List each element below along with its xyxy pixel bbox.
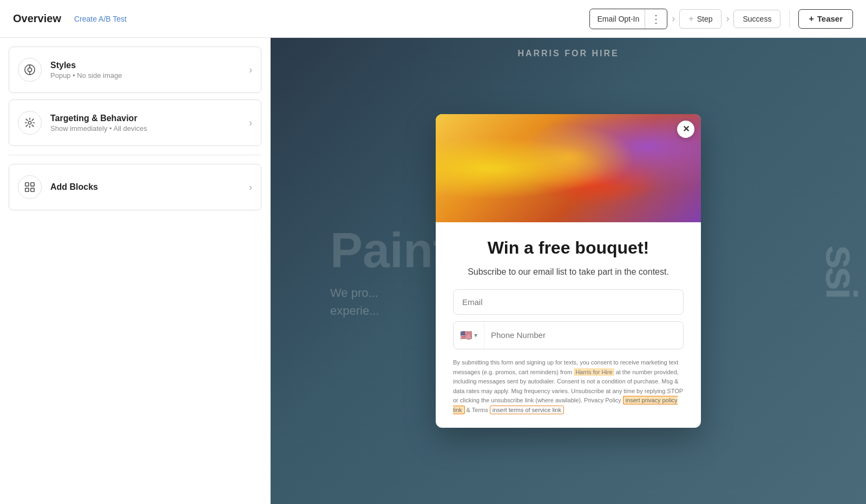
targeting-icon xyxy=(18,111,42,135)
teaser-label: Teaser xyxy=(817,14,843,23)
sidebar: Styles Popup • No side image › Targeting… xyxy=(0,38,271,504)
svg-rect-8 xyxy=(31,188,34,191)
svg-point-4 xyxy=(28,121,31,124)
flag-emoji: 🇺🇸 xyxy=(460,329,472,341)
targeting-subtitle: Show immediately • All devices xyxy=(50,124,147,132)
chevron-icon-1: › xyxy=(672,13,675,24)
svg-rect-6 xyxy=(31,183,34,186)
modal-body: Win a free bouquet! Subscribe to our ema… xyxy=(436,222,701,428)
step-plus-icon: + xyxy=(688,14,693,24)
styles-title: Styles xyxy=(50,61,122,70)
svg-point-1 xyxy=(28,68,31,71)
phone-flag-selector[interactable]: 🇺🇸 ▾ xyxy=(454,322,484,349)
teaser-button[interactable]: + Teaser xyxy=(798,9,853,29)
sidebar-item-styles-text: Styles Popup • No side image xyxy=(50,61,122,79)
email-optin-label: Email Opt-In xyxy=(590,10,647,28)
addblocks-chevron: › xyxy=(249,182,252,193)
targeting-title: Targeting & Behavior xyxy=(50,114,147,123)
step-label: Step xyxy=(697,15,713,23)
phone-input[interactable] xyxy=(484,323,683,347)
add-blocks-icon xyxy=(18,175,42,199)
top-bar-right: Email Opt-In ⋮ › + Step › Success + Teas… xyxy=(589,9,854,29)
modal-image: ✕ xyxy=(436,114,701,222)
sidebar-item-targeting[interactable]: Targeting & Behavior Show immediately • … xyxy=(9,100,261,146)
sidebar-item-targeting-left: Targeting & Behavior Show immediately • … xyxy=(18,111,147,135)
add-blocks-title: Add Blocks xyxy=(50,182,98,192)
modal-flower-image xyxy=(436,114,701,222)
top-bar: Overview Create A/B Test Email Opt-In ⋮ … xyxy=(0,0,866,38)
success-label: Success xyxy=(743,15,771,23)
svg-rect-5 xyxy=(25,183,29,186)
modal-close-button[interactable]: ✕ xyxy=(677,121,694,138)
modal-overlay: ✕ Win a free bouquet! Subscribe to our e… xyxy=(271,38,866,504)
email-input[interactable] xyxy=(453,289,684,315)
sidebar-item-addblocks-left: Add Blocks xyxy=(18,175,98,199)
top-bar-left: Overview Create A/B Test xyxy=(13,12,127,25)
more-button[interactable]: ⋮ xyxy=(645,9,667,29)
step-button[interactable]: + Step xyxy=(679,9,721,29)
sidebar-item-styles[interactable]: Styles Popup • No side image › xyxy=(9,47,261,93)
sidebar-item-addblocks-text: Add Blocks xyxy=(50,182,98,192)
popup-modal: ✕ Win a free bouquet! Subscribe to our e… xyxy=(436,114,701,428)
phone-input-wrapper: 🇺🇸 ▾ xyxy=(453,321,684,349)
website-background: HARRIS FOR HIRE Paint We pro...experie..… xyxy=(271,38,866,504)
teaser-plus-icon: + xyxy=(809,14,813,24)
styles-chevron: › xyxy=(249,64,252,76)
flag-chevron-icon: ▾ xyxy=(474,331,477,339)
sidebar-item-styles-left: Styles Popup • No side image xyxy=(18,58,122,82)
success-button[interactable]: Success xyxy=(733,10,780,28)
legal-terms-link: insert terms of service link xyxy=(490,406,564,414)
overview-title: Overview xyxy=(13,12,61,25)
targeting-chevron: › xyxy=(249,117,252,129)
vertical-divider xyxy=(789,11,790,27)
create-ab-link[interactable]: Create A/B Test xyxy=(74,15,127,23)
preview-area: Before you can collect SMS subscribers, … xyxy=(271,38,866,504)
modal-title: Win a free bouquet! xyxy=(453,237,684,258)
sidebar-item-add-blocks[interactable]: Add Blocks › xyxy=(9,164,261,210)
sidebar-divider xyxy=(9,155,261,155)
styles-icon xyxy=(18,58,42,82)
chevron-icon-2: › xyxy=(726,13,729,24)
modal-legal-text: By submitting this form and signing up f… xyxy=(453,358,684,415)
styles-subtitle: Popup • No side image xyxy=(50,71,122,79)
main-layout: Styles Popup • No side image › Targeting… xyxy=(0,38,866,504)
svg-rect-7 xyxy=(25,188,29,191)
legal-brand: Harris for Hire xyxy=(574,368,614,376)
legal-text-3: & Terms xyxy=(465,407,490,413)
email-optin-group: Email Opt-In ⋮ xyxy=(589,9,668,29)
sidebar-item-targeting-text: Targeting & Behavior Show immediately • … xyxy=(50,114,147,132)
modal-subtitle: Subscribe to our email list to take part… xyxy=(453,266,684,278)
